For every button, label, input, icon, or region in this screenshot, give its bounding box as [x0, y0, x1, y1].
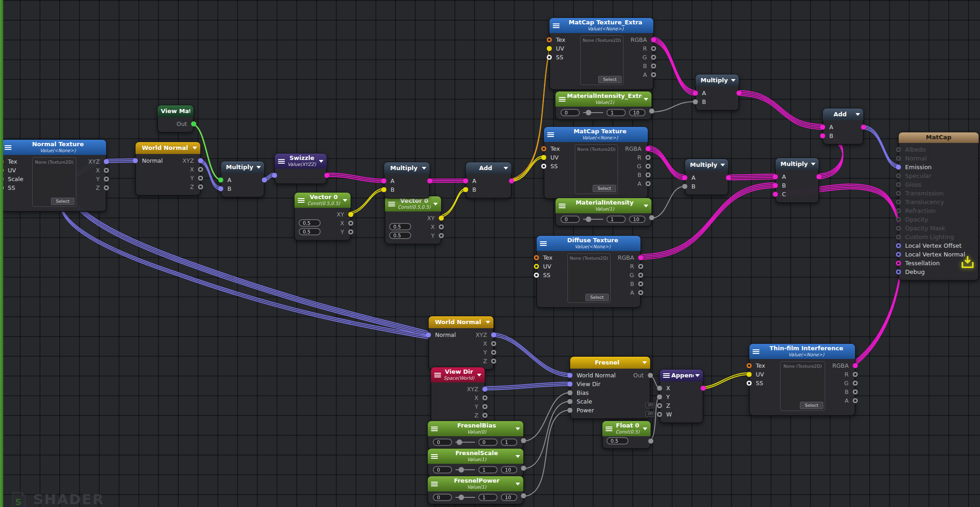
texture-preview[interactable]: None (Texture2D)Select — [780, 361, 825, 411]
dropdown-arrow-icon[interactable] — [477, 374, 482, 376]
xyz-output-port[interactable] — [491, 332, 496, 337]
a-input-port[interactable] — [682, 175, 687, 180]
a-output-port[interactable] — [638, 290, 643, 295]
wire-bundle-14[interactable] — [649, 186, 685, 219]
dropdown-arrow-icon[interactable] — [256, 166, 261, 169]
wire-bundle-26[interactable] — [522, 410, 571, 496]
node-menu-icon[interactable] — [606, 427, 612, 431]
dropdown-arrow-icon[interactable] — [515, 483, 520, 485]
current-value-field[interactable]: 1 — [606, 216, 626, 223]
wire-bundle-10[interactable] — [650, 37, 696, 95]
x-output-port[interactable] — [198, 167, 203, 172]
value-output-port[interactable] — [521, 466, 526, 471]
min-value-field[interactable]: 0 — [561, 109, 580, 116]
dropdown-arrow-icon[interactable] — [644, 205, 648, 207]
node-add-right[interactable]: AddAB — [822, 108, 864, 145]
out-output-port[interactable] — [648, 373, 653, 378]
y-input-port[interactable] — [657, 394, 662, 399]
a-input-port[interactable] — [381, 178, 386, 183]
uv-input-port[interactable] — [534, 264, 539, 269]
b-input-port[interactable] — [682, 184, 687, 189]
node-fresnel-scale[interactable]: FresnelScaleValue(1)0110 — [427, 448, 524, 477]
slider-track[interactable] — [455, 497, 475, 498]
dropdown-arrow-icon[interactable] — [644, 98, 648, 101]
dropdown-arrow-icon[interactable] — [642, 361, 647, 364]
slider-track[interactable] — [455, 469, 475, 470]
power-input-port[interactable] — [567, 408, 572, 413]
dropdown-arrow-icon[interactable] — [643, 427, 647, 430]
r-output-port[interactable] — [646, 155, 651, 160]
wire-bundle-17[interactable] — [776, 184, 902, 367]
dropdown-arrow-icon[interactable] — [720, 164, 725, 166]
value-output-port[interactable] — [649, 215, 654, 220]
dropdown-arrow-icon[interactable] — [515, 455, 520, 458]
c-input-port[interactable] — [773, 192, 778, 197]
node-menu-icon[interactable] — [663, 373, 670, 378]
graph-canvas[interactable]: Normal TextureValue(<None>)TexUVScaleSSX… — [0, 0, 980, 507]
wire-bundle-13[interactable] — [645, 146, 685, 180]
node-material-intensity-extra[interactable]: MaterialIntensity_ExtraValue(1)0110 — [555, 91, 652, 120]
out-output-port[interactable] — [861, 125, 866, 130]
y-output-port[interactable] — [482, 404, 487, 409]
w-input-port[interactable] — [657, 412, 662, 417]
node-menu-icon[interactable] — [434, 373, 441, 377]
min-value-field[interactable]: 0 — [433, 466, 452, 473]
max-value-field[interactable]: 1 — [501, 439, 517, 446]
node-vector0-b[interactable]: Vector 0Const(0.5,0.5)XY0.5X0.5Y — [385, 196, 442, 245]
slider-track[interactable] — [583, 219, 603, 220]
node-matcap-master[interactable]: MatCapAlbedoNormalEmissionSpecularGlossT… — [898, 132, 979, 281]
node-world-normal-bottom[interactable]: World NormalNormalXYZXYZ — [428, 316, 494, 370]
node-append[interactable]: AppendXYZ(0)W(0) — [659, 369, 703, 423]
value-output-port[interactable] — [521, 493, 526, 498]
node-menu-icon[interactable] — [547, 132, 554, 137]
node-menu-icon[interactable] — [431, 454, 438, 459]
b-input-port[interactable] — [381, 187, 386, 192]
dropdown-arrow-icon[interactable] — [193, 147, 197, 149]
a-output-port[interactable] — [651, 72, 656, 77]
node-menu-icon[interactable] — [753, 349, 759, 354]
node-fresnel-bias[interactable]: FresnelBiasValue(0)001 — [427, 421, 524, 450]
value-output-port[interactable] — [649, 108, 654, 114]
texture-preview[interactable]: None (Texture2D)Select — [575, 144, 618, 194]
bias-input-port[interactable] — [567, 390, 572, 395]
uv-input-port[interactable] — [541, 155, 546, 160]
component-value-field[interactable]: 0.5 — [299, 219, 321, 227]
z-input-port[interactable] — [657, 403, 662, 408]
select-texture-button[interactable]: Select — [800, 402, 823, 409]
refraction-input-port[interactable] — [896, 208, 901, 213]
y-output-port[interactable] — [348, 229, 353, 234]
xy-output-port[interactable] — [439, 216, 444, 221]
x-output-port[interactable] — [104, 168, 109, 173]
b-output-port[interactable] — [646, 172, 651, 177]
max-value-field[interactable]: 10 — [501, 466, 517, 473]
a-input-port[interactable] — [773, 174, 778, 179]
xyz-output-port[interactable] — [198, 158, 203, 163]
node-thin-film-interference[interactable]: Thin-film InterferenceValue(<None>)TexUV… — [749, 343, 855, 416]
wire-bundle-6[interactable] — [427, 179, 466, 182]
current-value-field[interactable]: 1 — [478, 466, 498, 473]
out-output-port[interactable] — [262, 177, 267, 182]
slider-track[interactable] — [583, 112, 603, 113]
ss-input-port[interactable] — [747, 381, 752, 386]
node-diffuse-texture[interactable]: Diffuse TextureValue(<None>)TexUVSSRGBAR… — [536, 235, 641, 308]
b-input-port[interactable] — [693, 99, 698, 104]
node-world-normal-top[interactable]: World NormalNormalXYZXYZ — [135, 142, 201, 196]
xy-output-port[interactable] — [348, 212, 353, 217]
wire-bundle-12[interactable] — [736, 91, 823, 129]
dropdown-arrow-icon[interactable] — [422, 167, 426, 170]
g-output-port[interactable] — [853, 381, 858, 386]
x-output-port[interactable] — [439, 224, 444, 229]
min-value-field[interactable]: 0 — [561, 216, 580, 223]
value-output-port[interactable] — [521, 438, 526, 443]
rgba-output-port[interactable] — [646, 146, 651, 151]
select-texture-button[interactable]: Select — [598, 76, 622, 83]
opacity-input-port[interactable] — [896, 217, 901, 222]
a-input-port[interactable] — [218, 177, 223, 182]
max-value-field[interactable]: 10 — [501, 494, 517, 501]
node-matcap-texture[interactable]: MatCap TextureValue(<None>)TexUVSSRGBARG… — [544, 126, 648, 199]
min-value-field[interactable]: 0 — [433, 494, 452, 501]
wire-bundle-19[interactable] — [861, 125, 899, 168]
in-input-port[interactable] — [272, 173, 277, 178]
select-texture-button[interactable]: Select — [593, 185, 616, 192]
node-view-matrix[interactable]: View MatrixOut — [157, 105, 194, 133]
